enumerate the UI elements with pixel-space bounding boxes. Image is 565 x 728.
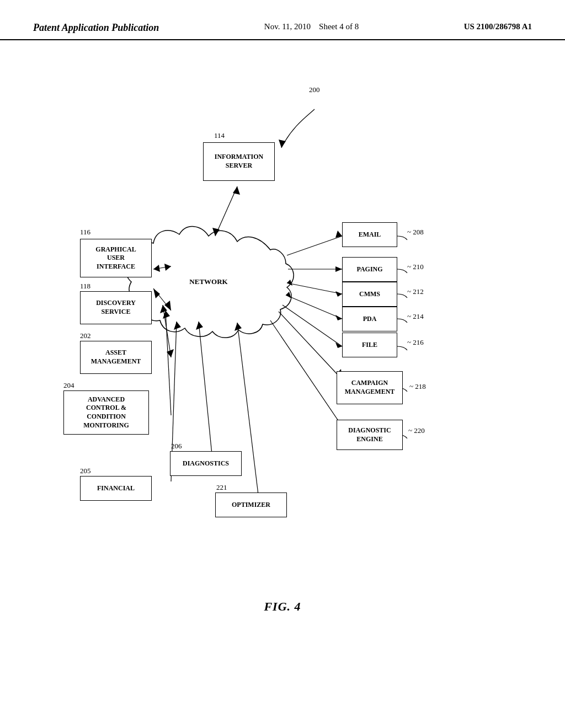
bracket-212 [397, 294, 407, 298]
arrow-network-email [287, 236, 342, 255]
arrowhead-file [335, 342, 342, 348]
bracket-214 [397, 319, 407, 323]
header-patent-number: US 2100/286798 A1 [464, 22, 532, 31]
box-paging: PAGING [342, 257, 397, 282]
ref-205: 205 [80, 467, 91, 475]
ref-200: 200 [309, 85, 320, 94]
ref-220: ~ 220 [408, 426, 425, 435]
page-header: Patent Application Publication Nov. 11, … [0, 0, 565, 40]
arrowhead-cmms [335, 291, 342, 297]
ref-208: ~ 208 [407, 228, 424, 237]
figure-caption: FIG. 4 [0, 599, 565, 614]
box-file: FILE [342, 333, 397, 357]
arrowhead-pda [335, 315, 342, 320]
box-campaign-management: CAMPAIGNMANAGEMENT [337, 371, 403, 404]
ref-116: 116 [80, 228, 90, 237]
box-financial: FINANCIAL [80, 476, 152, 501]
ref-214: ~ 214 [407, 312, 424, 321]
arrow-200 [281, 109, 315, 148]
arrow-network-campaign [279, 312, 342, 379]
ref-204: 204 [63, 381, 74, 390]
ref-210: ~ 210 [407, 263, 424, 271]
network-label: NETWORK [189, 277, 228, 286]
arrow-network-cmms [287, 283, 342, 294]
bracket-210 [397, 269, 407, 273]
box-diagnostics: DIAGNOSTICS [170, 451, 242, 476]
ref-218: ~ 218 [409, 382, 426, 391]
arrow-221-network [237, 323, 259, 504]
bracket-216 [397, 346, 407, 350]
box-asset-management: ASSETMANAGEMENT [80, 341, 152, 374]
arrow-network-diagengine [270, 320, 342, 426]
box-advanced-control: ADVANCEDCONTROL &CONDITIONMONITORING [63, 390, 149, 435]
bracket-208 [397, 236, 407, 240]
ref-221: 221 [216, 483, 227, 492]
header-center: Nov. 11, 2010 Sheet 4 of 8 [264, 22, 359, 31]
ref-216: ~ 216 [407, 338, 424, 347]
ref-114: 114 [214, 131, 225, 140]
box-information-server: INFORMATIONSERVER [203, 142, 275, 181]
arrow-network-pda [286, 295, 342, 319]
box-email: EMAIL [342, 222, 397, 247]
box-gui: GRAPHICALUSERINTERFACE [80, 239, 152, 277]
ref-206: 206 [171, 442, 182, 451]
box-diagnostic-engine: DIAGNOSTICENGINE [337, 420, 403, 450]
box-pda: PDA [342, 307, 397, 331]
arrowhead-200 [279, 140, 286, 148]
ref-212: ~ 212 [407, 287, 424, 296]
ref-202: 202 [80, 331, 91, 340]
arrowhead-paging [335, 266, 342, 272]
header-title: Patent Application Publication [33, 22, 159, 34]
ref-118: 118 [80, 282, 90, 291]
box-discovery-service: DISCOVERYSERVICE [80, 291, 152, 324]
box-cmms: CMMS [342, 282, 397, 307]
patent-diagram: NETWORK [0, 40, 565, 647]
box-optimizer: OPTIMIZER [215, 493, 287, 517]
arrow-206-network [199, 322, 212, 459]
arrow-114-network [215, 186, 237, 236]
